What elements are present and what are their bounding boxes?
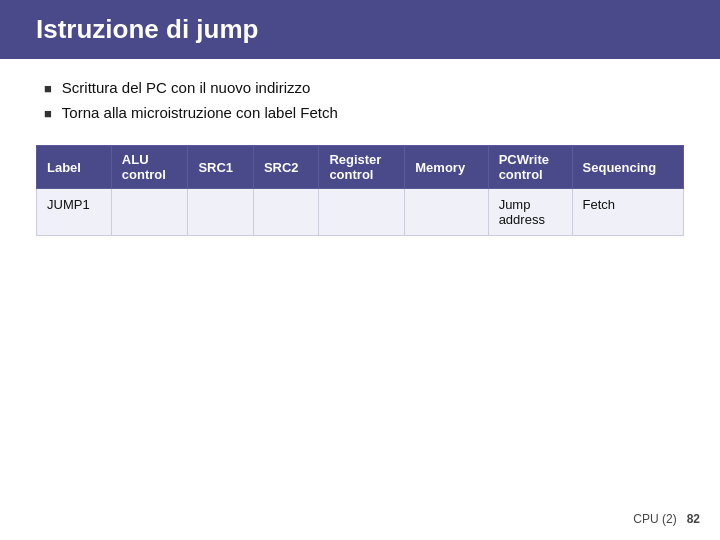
- cell-src2: [253, 189, 319, 236]
- col-alu: ALU control: [111, 146, 188, 189]
- col-alu-line1: ALU: [122, 152, 149, 167]
- cell-pcwrite-line2: address: [499, 212, 545, 227]
- bullet-icon-1: ■: [44, 81, 52, 96]
- footer: CPU (2) 82: [633, 512, 700, 526]
- cell-memory: [405, 189, 488, 236]
- bullet-item-1: ■ Scrittura del PC con il nuovo indirizz…: [44, 79, 684, 96]
- instruction-table: Label ALU control SRC1 SRC2 Register con…: [36, 145, 684, 236]
- cell-src1: [188, 189, 254, 236]
- col-src2: SRC2: [253, 146, 319, 189]
- cell-label: JUMP1: [37, 189, 112, 236]
- cell-pcwrite: Jump address: [488, 189, 572, 236]
- col-pcw-line1: PCWrite: [499, 152, 549, 167]
- cell-pcwrite-line1: Jump: [499, 197, 531, 212]
- cell-alu: [111, 189, 188, 236]
- footer-label: CPU (2): [633, 512, 676, 526]
- table-header-row: Label ALU control SRC1 SRC2 Register con…: [37, 146, 684, 189]
- col-reg-line1: Register: [329, 152, 381, 167]
- col-memory: Memory: [405, 146, 488, 189]
- bullet-item-2: ■ Torna alla microistruzione con label F…: [44, 104, 684, 121]
- col-src1: SRC1: [188, 146, 254, 189]
- table-row: JUMP1 Jump address Fetch: [37, 189, 684, 236]
- bullet-text-2: Torna alla microistruzione con label Fet…: [62, 104, 338, 121]
- bullet-icon-2: ■: [44, 106, 52, 121]
- slide: Istruzione di jump ■ Scrittura del PC co…: [0, 0, 720, 540]
- slide-title: Istruzione di jump: [36, 14, 258, 44]
- col-sequencing: Sequencing: [572, 146, 683, 189]
- bullet-text-1: Scrittura del PC con il nuovo indirizzo: [62, 79, 310, 96]
- jump-table: Label ALU control SRC1 SRC2 Register con…: [36, 145, 684, 236]
- title-bar: Istruzione di jump: [0, 0, 720, 59]
- footer-page: 82: [687, 512, 700, 526]
- cell-sequencing: Fetch: [572, 189, 683, 236]
- col-register: Register control: [319, 146, 405, 189]
- col-label: Label: [37, 146, 112, 189]
- col-alu-line2: control: [122, 167, 166, 182]
- col-pcw-line2: control: [499, 167, 543, 182]
- bullets-section: ■ Scrittura del PC con il nuovo indirizz…: [44, 79, 684, 121]
- col-pcwrite: PCWrite control: [488, 146, 572, 189]
- col-reg-line2: control: [329, 167, 373, 182]
- cell-register: [319, 189, 405, 236]
